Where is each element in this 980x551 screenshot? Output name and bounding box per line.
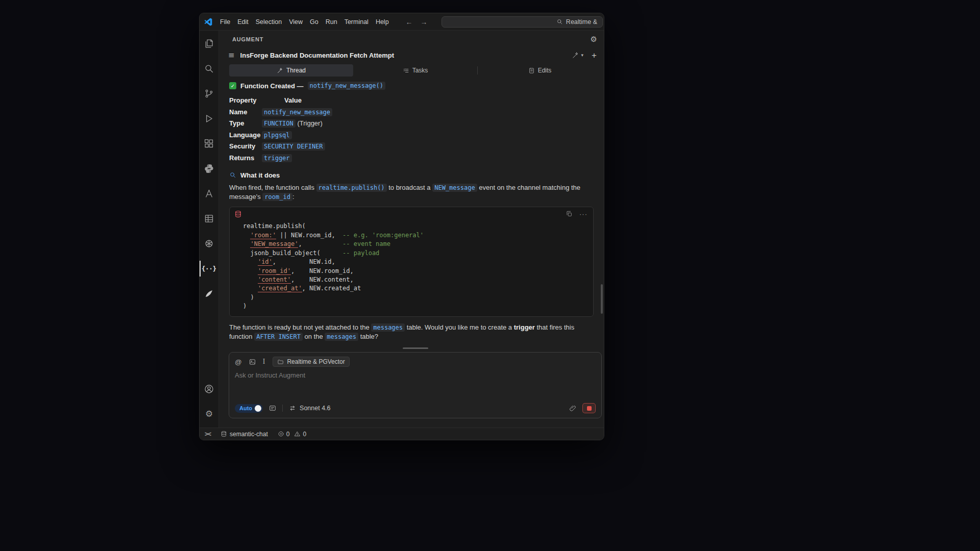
code-content: realtime.publish( 'room:' || NEW.room_id… [230,220,593,316]
activity-run-debug[interactable] [200,106,218,131]
copy-button[interactable] [566,210,573,217]
activity-openai[interactable] [200,231,218,256]
menu-file[interactable]: File [216,17,234,27]
col-property: Property [229,95,262,107]
menu-run[interactable]: Run [322,17,341,27]
extensions-icon [204,138,214,149]
search-text: Realtime & [566,18,597,26]
vscode-logo-icon [204,17,213,27]
tab-tasks-label: Tasks [412,67,428,74]
azure-icon [204,188,214,199]
function-name-code: notify_new_message() [308,82,386,90]
menu-go[interactable]: Go [306,17,322,27]
forward-button[interactable]: → [421,18,428,26]
chat-thread: ✓ Function Created — notify_new_message(… [219,77,604,345]
thread-title: InsForge Backend Documentation Fetch Att… [240,52,566,59]
stop-button[interactable] [582,403,596,413]
thread-actions: ▾ + [572,51,597,60]
tab-edits[interactable]: Edits [478,64,602,77]
activity-azure[interactable] [200,181,218,206]
chevron-down-icon: ▾ [581,53,584,58]
workspace-name: semantic-chat [230,431,268,438]
panel-title: AUGMENT [232,36,263,42]
panel-resize-handle[interactable] [403,347,428,349]
activity-accounts[interactable] [200,377,218,402]
edits-icon [528,67,535,74]
activity-source-control[interactable] [200,81,218,106]
activity-rocket[interactable] [200,281,218,306]
tab-edits-label: Edits [538,67,552,74]
auto-label: Auto [239,405,252,411]
activity-settings[interactable]: ⚙ [200,402,218,427]
image-button[interactable] [249,358,256,366]
activity-extensions[interactable] [200,131,218,156]
thread-menu-button[interactable]: ≡ [228,51,235,60]
activity-explorer[interactable] [200,31,218,56]
activity-python[interactable] [200,156,218,181]
context-chip-label: Realtime & PGVector [287,358,345,365]
magnifier-icon [229,171,236,179]
back-button[interactable]: ← [406,18,413,26]
tab-bar: Thread Tasks Edits [229,64,602,77]
model-selector[interactable]: Sonnet 4.6 [288,404,330,412]
workspace-item[interactable]: semantic-chat [220,431,268,438]
table-row: Name notify_new_message [229,107,594,118]
property-table: Property Value Name notify_new_message T… [229,95,594,164]
function-created-row: ✓ Function Created — notify_new_message(… [229,82,594,90]
swap-arrows-icon [288,404,297,412]
explorer-icon [204,38,214,49]
activity-augment[interactable]: {··} [200,256,218,281]
composer-toolbar: @ I Realtime & PGVector [235,357,596,367]
augment-icon: {··} [202,265,216,272]
attach-button[interactable] [569,404,577,412]
mention-button[interactable]: @ [235,358,242,366]
context-chip[interactable]: Realtime & PGVector [273,357,349,367]
what-it-does-heading: What it does [229,171,594,179]
more-actions-button[interactable]: ··· [579,211,587,217]
warning-count: 0 [303,431,306,438]
status-bar: >< semantic-chat 0 0 [200,428,604,440]
divider [282,405,283,412]
augment-panel: AUGMENT ⚙ ≡ InsForge Backend Documentati… [219,31,604,428]
data-table-icon [204,213,214,224]
what-it-does-title: What it does [240,171,280,179]
menu-view[interactable]: View [285,17,306,27]
rocket-icon [204,288,214,299]
tab-thread[interactable]: Thread [229,64,353,77]
python-icon [204,163,214,174]
activity-search[interactable] [200,56,218,81]
database-icon [220,431,227,437]
activity-data-table[interactable] [200,206,218,231]
check-icon: ✓ [229,82,236,89]
tab-tasks[interactable]: Tasks [353,64,477,77]
menu-selection[interactable]: Selection [252,17,285,27]
error-icon [278,431,284,437]
auto-mode-toggle[interactable]: Auto [235,404,263,413]
prompt-textarea[interactable] [235,367,596,403]
new-thread-button[interactable]: + [592,51,597,60]
search-icon [204,63,214,74]
function-created-title: Function Created — [240,82,304,90]
checklist-icon [403,67,409,74]
activity-bar-bottom: ⚙ [200,377,218,428]
prompt-template-button[interactable] [268,404,277,412]
menu-terminal[interactable]: Terminal [341,17,372,27]
scrollbar-thumb[interactable] [601,284,603,314]
problems-item[interactable]: 0 0 [278,431,306,438]
error-count: 0 [286,431,290,438]
composer: @ I Realtime & PGVector [229,347,602,418]
search-icon [556,18,563,25]
magic-actions-button[interactable]: ▾ [572,52,584,59]
remote-indicator[interactable]: >< [205,431,211,438]
folder-icon [277,359,284,365]
prompt-input-box: @ I Realtime & PGVector [229,352,602,418]
table-row: Security SECURITY DEFINER [229,141,594,153]
run-debug-icon [204,113,214,124]
toggle-knob-icon [255,405,261,412]
text-cursor-button[interactable]: I [263,358,265,366]
panel-settings-button[interactable]: ⚙ [591,35,597,44]
database-icon [234,210,242,218]
menu-edit[interactable]: Edit [234,17,252,27]
menu-help[interactable]: Help [372,17,393,27]
search-input[interactable]: Realtime & [442,16,603,28]
